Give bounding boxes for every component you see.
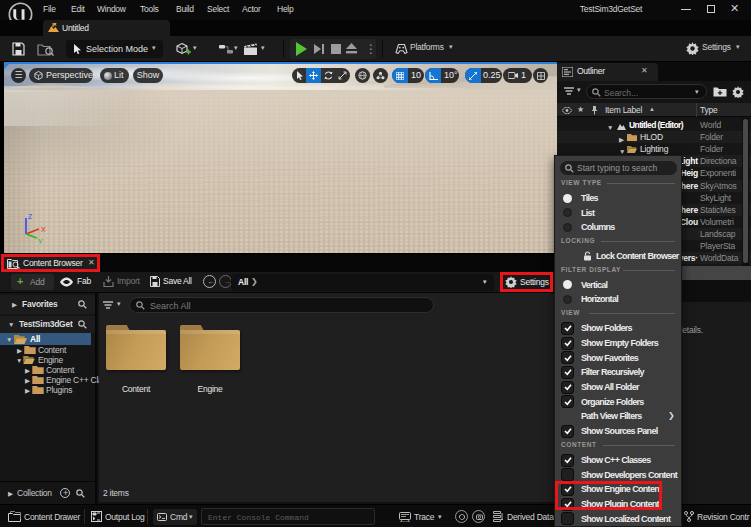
svg-text:Y: Y [38, 238, 43, 245]
svg-text:X: X [41, 226, 46, 233]
svg-text:Z: Z [28, 213, 33, 220]
